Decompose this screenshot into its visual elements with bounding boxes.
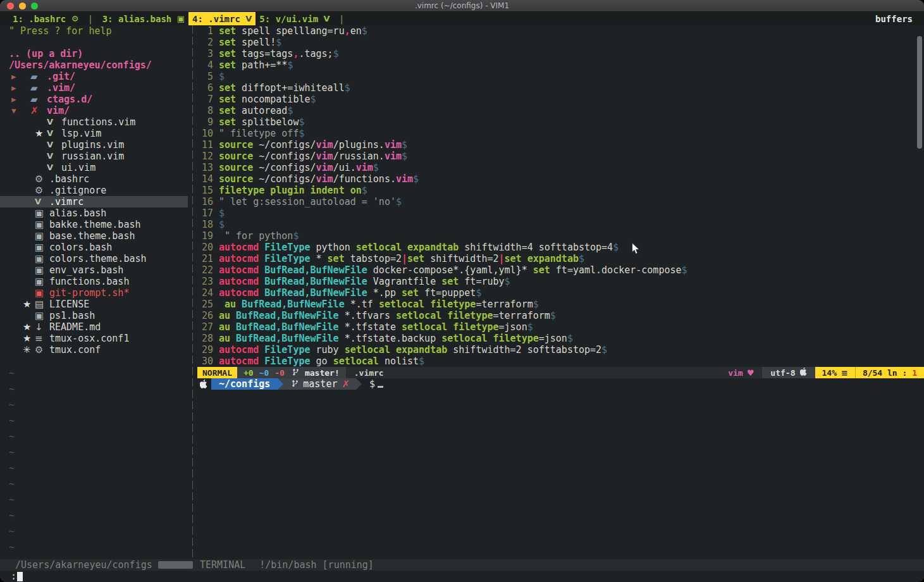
code-line-3[interactable]: 3set tags=tags,.tags;$ <box>197 48 924 59</box>
tab-3: alias.bash[interactable]: 3: alias.bash ▣ <box>99 12 188 25</box>
traffic-lights <box>7 3 38 9</box>
dirty-indicator: ✗ <box>342 378 350 390</box>
code-line-20[interactable]: 20autocmd FileType python setlocal expan… <box>197 242 924 253</box>
line-number: 15 <box>197 185 219 196</box>
tree-item-.gitignore[interactable]: ⚙.gitignore <box>0 185 188 196</box>
code-line-15[interactable]: 15filetype plugin indent on$ <box>197 185 924 196</box>
zoom-button[interactable] <box>31 3 38 9</box>
code-line-10[interactable]: 10" filetype off$ <box>197 128 924 139</box>
line-number: 9 <box>197 116 219 128</box>
tab-1: .bashrc[interactable]: 1: .bashrc ⚙ <box>9 12 82 25</box>
code-line-24[interactable]: 24autocmd BufRead,BufNewFile *.pp set ft… <box>197 287 924 299</box>
tree-item-.bashrc[interactable]: ⚙.bashrc <box>0 173 188 185</box>
tree-item-label: plugins.vim <box>61 139 124 151</box>
tree-item-tmux-osx.conf1[interactable]: ★≡tmux-osx.conf1 <box>0 333 188 344</box>
tab-label: 1: .bashrc <box>13 14 71 24</box>
vim-file-icon: V <box>47 116 61 128</box>
code-line-25[interactable]: 25 au BufRead,BufNewFile *.tf setlocal f… <box>197 299 924 310</box>
terminal-prompt[interactable]: ~/configs master ✗ $ <box>197 378 924 390</box>
terminal-output-area[interactable] <box>197 390 924 559</box>
shell-icon: ▣ <box>177 14 185 23</box>
tree-item-russian.vim[interactable]: Vrussian.vim <box>0 151 188 162</box>
tree-item-colors.bash[interactable]: ▣colors.bash <box>0 242 188 253</box>
tree-item-.git/[interactable]: ▸▰.git/ <box>0 71 188 82</box>
tree-item-label: alias.bash <box>49 207 106 219</box>
code-line-7[interactable]: 7set nocompatible$ <box>197 94 924 105</box>
vim-file-icon: V <box>47 162 61 173</box>
code-line-27[interactable]: 27au BufRead,BufNewFile *.tfstate setloc… <box>197 321 924 333</box>
line-number: 1 <box>197 25 219 37</box>
code-line-2[interactable]: 2set spell!$ <box>197 37 924 48</box>
code-line-19[interactable]: 19 " for python$ <box>197 230 924 242</box>
code-line-6[interactable]: 6set diffopt+=iwhiteall$ <box>197 82 924 94</box>
tab-4: .vimrc[interactable]: 4: .vimrc V <box>188 12 256 25</box>
code-line-4[interactable]: 4set path+=**$ <box>197 59 924 71</box>
window-split-separator[interactable] <box>188 25 197 559</box>
code-line-14[interactable]: 14source ~/configs/vim/functions.vim$ <box>197 173 924 185</box>
macos-scrollbar-thumb[interactable] <box>917 36 922 149</box>
code-line-23[interactable]: 23autocmd BufRead,BufNewFile Vagrantfile… <box>197 276 924 287</box>
gear-file-icon: ⚙ <box>35 185 49 196</box>
code-line-16[interactable]: 16" let g:session_autoload = 'no'$ <box>197 196 924 207</box>
code-line-28[interactable]: 28au BufRead,BufNewFile *.tfstate.backup… <box>197 333 924 344</box>
code-line-9[interactable]: 9set splitbelow$ <box>197 116 924 128</box>
tree-item-lsp.vim[interactable]: ★Vlsp.vim <box>0 128 188 139</box>
code-line-13[interactable]: 13source ~/configs/vim/ui.vim$ <box>197 162 924 173</box>
code-line-12[interactable]: 12source ~/configs/vim/russian.vim$ <box>197 151 924 162</box>
tree-item-label: .gitignore <box>49 185 106 196</box>
tree-item-LICENSE[interactable]: ★▤LICENSE <box>0 299 188 310</box>
empty-line-tilde: ~ <box>0 461 188 476</box>
code-line-17[interactable]: 17$ <box>197 207 924 219</box>
scroll-indicator-thumb[interactable] <box>158 561 193 569</box>
lines-added: +0 <box>243 368 254 378</box>
command-line[interactable]: : <box>0 571 924 582</box>
nerdtree-updir[interactable]: .. (up a dir) <box>0 48 188 59</box>
tree-item-env_vars.bash[interactable]: ▣env_vars.bash <box>0 264 188 276</box>
tree-item-ps1.bash[interactable]: ▣ps1.bash <box>0 310 188 321</box>
tree-item-colors.theme.bash[interactable]: ▣colors.theme.bash <box>0 253 188 264</box>
code-line-29[interactable]: 29autocmd FileType ruby setlocal expandt… <box>197 344 924 356</box>
code-editor[interactable]: 1set spell spelllang=ru,en$2set spell!$3… <box>197 25 924 367</box>
code-line-1[interactable]: 1set spell spelllang=ru,en$ <box>197 25 924 37</box>
code-line-30[interactable]: 30autocmd FileType go setlocal nolist$ <box>197 356 924 367</box>
code-line-8[interactable]: 8set autoread$ <box>197 105 924 116</box>
titlebar[interactable]: .vimrc (~/configs) - VIM1 <box>0 0 924 12</box>
tree-item-alias.bash[interactable]: ▣alias.bash <box>0 207 188 219</box>
line-text: source ~/configs/vim/functions.vim$ <box>219 173 419 185</box>
statusline-filename: .vimrc <box>354 367 384 378</box>
command-prompt: : <box>11 571 16 582</box>
mode-indicator: NORMAL <box>197 367 237 378</box>
tree-item-tmux.conf[interactable]: ✳⚙tmux.conf <box>0 344 188 356</box>
code-line-11[interactable]: 11source ~/configs/vim/plugins.vim$ <box>197 139 924 151</box>
code-line-5[interactable]: 5$ <box>197 71 924 82</box>
nerdtree-root[interactable]: /Users/akarneyeu/configs/ <box>0 59 188 71</box>
tree-item-vim/[interactable]: ▾✗vim/ <box>0 105 188 116</box>
tree-item-ctags.d/[interactable]: ▸▰ctags.d/ <box>0 94 188 105</box>
close-button[interactable] <box>7 3 14 9</box>
terminal-cursor <box>378 386 383 388</box>
tree-item-functions.bash[interactable]: ▣functions.bash <box>0 276 188 287</box>
minimize-button[interactable] <box>19 3 26 9</box>
tree-item-.vimrc[interactable]: V.vimrc <box>0 196 188 207</box>
folder-icon: ▰ <box>30 94 47 105</box>
tree-item-git-prompt.sh*[interactable]: ▣git-prompt.sh* <box>0 287 188 299</box>
tree-item-bakke.theme.bash[interactable]: ▣bakke.theme.bash <box>0 219 188 230</box>
code-line-22[interactable]: 22autocmd BufRead,BufNewFile docker-comp… <box>197 264 924 276</box>
code-line-21[interactable]: 21autocmd FileType * set tabstop=2|set s… <box>197 253 924 264</box>
tree-item-.vim/[interactable]: ▸▰.vim/ <box>0 82 188 94</box>
empty-line-tilde: ~ <box>0 524 188 540</box>
file-flag-icon <box>23 173 35 185</box>
prompt-cwd: ~/configs <box>211 378 278 390</box>
tree-item-base.theme.bash[interactable]: ▣base.theme.bash <box>0 230 188 242</box>
code-line-18[interactable]: 18$ <box>197 219 924 230</box>
tree-item-README.md[interactable]: ★↓README.md <box>0 321 188 333</box>
line-number: 6 <box>197 82 219 94</box>
tree-item-plugins.vim[interactable]: Vplugins.vim <box>0 139 188 151</box>
line-number: 21 <box>197 253 219 264</box>
git-branch-icon <box>292 378 299 390</box>
file-flag-icon <box>35 139 47 151</box>
tab-5: v/ui.vim[interactable]: 5: v/ui.vim V <box>256 12 333 25</box>
tree-item-ui.vim[interactable]: Vui.vim <box>0 162 188 173</box>
code-line-26[interactable]: 26au BufRead,BufNewFile *.tfvars setloca… <box>197 310 924 321</box>
tree-item-functions.vim[interactable]: Vfunctions.vim <box>0 116 188 128</box>
